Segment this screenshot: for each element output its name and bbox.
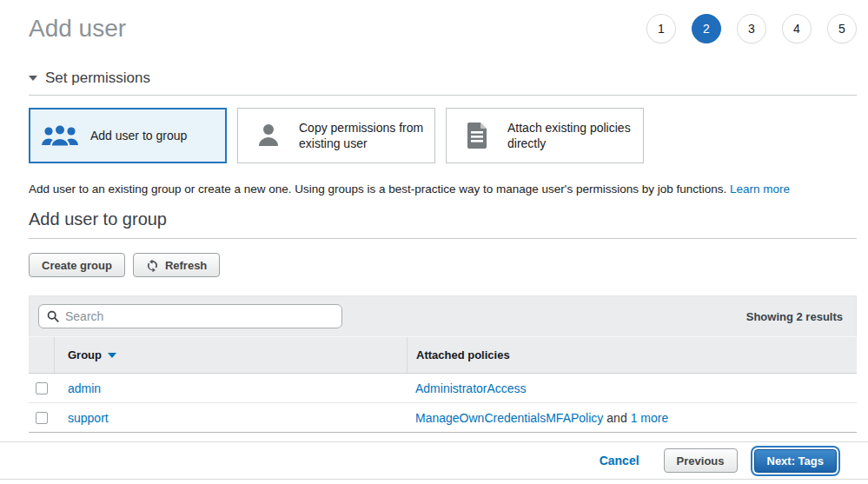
add-user-to-group-heading: Add user to group <box>29 209 857 229</box>
group-cell: admin <box>55 374 407 402</box>
policies-cell: AdministratorAccess <box>407 374 857 402</box>
group-name-link[interactable]: admin <box>68 381 101 395</box>
create-group-label: Create group <box>42 259 112 272</box>
group-cell: support <box>55 403 407 432</box>
user-group-icon <box>40 122 80 149</box>
search-input[interactable] <box>65 309 334 323</box>
step-3: 3 <box>737 14 766 43</box>
next-tags-button[interactable]: Next: Tags <box>754 449 838 473</box>
policy-document-icon <box>457 122 497 149</box>
wizard-footer: Cancel Previous Next: Tags <box>0 441 868 480</box>
option-label: Copy permissions from existing user <box>299 120 424 151</box>
page-title: Add user <box>29 15 126 43</box>
next-tags-label: Next: Tags <box>767 454 825 467</box>
wizard-content: Add user 1 2 3 4 5 Set permissions <box>0 0 868 433</box>
section-description: Add user to an existing group or create … <box>29 182 857 196</box>
group-actions: Create group Refresh <box>29 253 857 277</box>
group-column-label: Group <box>68 348 102 361</box>
row-checkbox[interactable] <box>36 412 48 424</box>
refresh-button[interactable]: Refresh <box>133 253 220 277</box>
refresh-label: Refresh <box>165 259 207 272</box>
option-label: Attach existing policies directly <box>507 120 633 151</box>
step-1: 1 <box>646 14 676 43</box>
search-icon <box>47 310 59 322</box>
and-text: and <box>606 411 626 425</box>
collapse-caret-icon <box>29 76 37 81</box>
table-toolbar: Showing 2 results <box>29 295 857 337</box>
permission-option-cards: Add user to group Copy permissions from … <box>29 108 857 163</box>
column-header-attached-policies: Attached policies <box>407 337 857 373</box>
table-row: admin AdministratorAccess <box>29 374 857 403</box>
option-add-user-to-group[interactable]: Add user to group <box>29 108 227 163</box>
table-row: support ManageOwnCredentialsMFAPolicy an… <box>29 403 857 433</box>
option-copy-permissions[interactable]: Copy permissions from existing user <box>237 108 435 163</box>
column-header-group[interactable]: Group <box>55 337 407 373</box>
step-4: 4 <box>782 14 812 43</box>
user-icon <box>248 122 288 149</box>
header-checkbox-cell <box>29 337 55 373</box>
policy-link[interactable]: ManageOwnCredentialsMFAPolicy <box>415 411 603 425</box>
previous-label: Previous <box>677 454 725 467</box>
set-permissions-section-toggle[interactable]: Set permissions <box>29 70 857 96</box>
option-attach-policies[interactable]: Attach existing policies directly <box>446 108 644 163</box>
policies-cell: ManageOwnCredentialsMFAPolicy and 1 more <box>407 403 857 432</box>
more-policies-link[interactable]: 1 more <box>631 411 669 425</box>
description-text: Add user to an existing group or create … <box>29 182 726 196</box>
refresh-icon <box>146 259 159 272</box>
step-5: 5 <box>827 14 857 43</box>
row-checkbox-cell <box>29 403 55 432</box>
groups-table: Showing 2 results Group Attached policie… <box>29 295 857 433</box>
create-group-button[interactable]: Create group <box>29 253 125 277</box>
previous-button[interactable]: Previous <box>664 448 738 473</box>
search-box[interactable] <box>38 304 342 328</box>
table-header-row: Group Attached policies <box>29 337 857 374</box>
attached-policies-column-label: Attached policies <box>416 348 510 361</box>
sort-descending-icon <box>108 353 116 358</box>
step-2-active: 2 <box>692 14 721 43</box>
policy-link[interactable]: AdministratorAccess <box>415 381 527 395</box>
results-summary: Showing 2 results <box>746 310 847 323</box>
row-checkbox-cell <box>29 374 55 402</box>
learn-more-link[interactable]: Learn more <box>730 182 790 196</box>
cancel-button[interactable]: Cancel <box>600 454 639 467</box>
option-label: Add user to group <box>90 128 187 143</box>
set-permissions-title: Set permissions <box>45 70 150 87</box>
wizard-step-indicator: 1 2 3 4 5 <box>646 14 857 43</box>
group-name-link[interactable]: support <box>68 411 109 425</box>
row-checkbox[interactable] <box>36 382 48 394</box>
add-user-to-group-heading-wrap: Add user to group <box>29 209 857 239</box>
page-header: Add user 1 2 3 4 5 <box>29 0 857 43</box>
